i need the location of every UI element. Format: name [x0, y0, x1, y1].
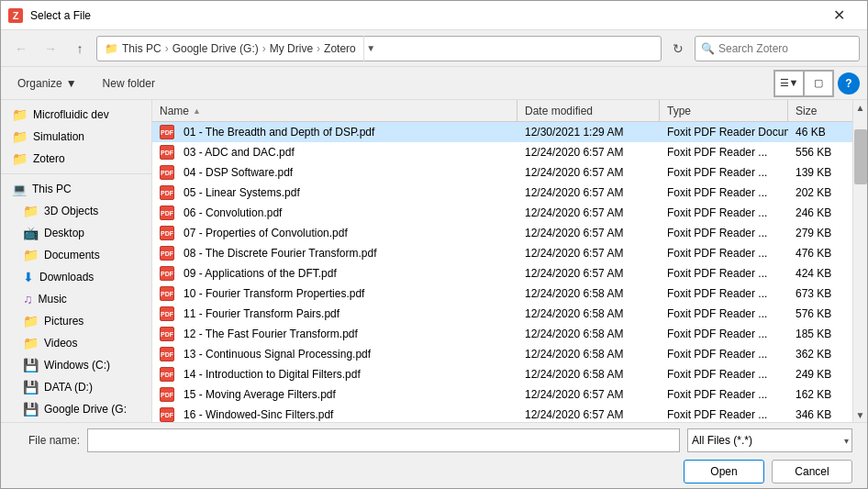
sidebar-item-desktop[interactable]: 📺 Desktop	[1, 222, 151, 244]
table-row[interactable]: PDF 09 - Applications of the DFT.pdf 12/…	[152, 263, 852, 283]
column-size[interactable]: Size	[788, 100, 852, 121]
table-row[interactable]: PDF 16 - Windowed-Sinc Filters.pdf 12/24…	[152, 405, 852, 422]
file-name-cell: PDF 03 - ADC and DAC.pdf	[152, 142, 517, 162]
cancel-button[interactable]: Cancel	[772, 460, 852, 483]
table-row[interactable]: PDF 07 - Properties of Convolution.pdf 1…	[152, 223, 852, 243]
file-name-cell: PDF 10 - Fourier Transform Properties.pd…	[152, 283, 517, 304]
folder-icon: 📁	[12, 151, 28, 166]
file-size-cell: 556 KB	[788, 142, 852, 162]
sidebar-item-this-pc[interactable]: 💻 This PC	[1, 178, 151, 200]
sidebar-item-downloads[interactable]: ⬇ Downloads	[1, 266, 151, 288]
table-row[interactable]: PDF 14 - Introduction to Digital Filters…	[152, 364, 852, 384]
file-size-cell: 139 KB	[788, 162, 852, 183]
file-name-cell: PDF 11 - Fourier Transform Pairs.pdf	[152, 304, 517, 324]
table-row[interactable]: PDF 12 - The Fast Fourier Transform.pdf …	[152, 324, 852, 344]
pc-icon: 💻	[12, 183, 27, 196]
sidebar-item-microfluidic[interactable]: 📁 Microfluidic dev	[1, 104, 151, 126]
file-type-cell: Foxit PDF Reader ...	[660, 142, 788, 162]
folder-icon: 📁	[23, 314, 39, 328]
sidebar-item-simulation[interactable]: 📁 Simulation	[1, 126, 151, 148]
folder-icon: 📁	[23, 248, 39, 262]
sidebar-item-pictures[interactable]: 📁 Pictures	[1, 310, 151, 332]
table-row[interactable]: PDF 06 - Convolution.pdf 12/24/2020 6:57…	[152, 203, 852, 223]
sidebar-item-documents[interactable]: 📁 Documents	[1, 244, 151, 266]
file-size-cell: 46 KB	[788, 122, 852, 142]
search-box: 🔍	[695, 36, 860, 61]
close-button[interactable]: ✕	[818, 1, 860, 30]
pdf-icon: PDF	[160, 367, 174, 382]
pdf-icon: PDF	[160, 226, 174, 240]
table-row[interactable]: PDF 04 - DSP Software.pdf 12/24/2020 6:5…	[152, 162, 852, 183]
table-row[interactable]: PDF 10 - Fourier Transform Properties.pd…	[152, 283, 852, 304]
file-type-cell: Foxit PDF Reader ...	[660, 162, 788, 183]
file-type-cell: Foxit PDF Reader ...	[660, 263, 788, 283]
file-date-cell: 12/24/2020 6:57 AM	[517, 384, 660, 405]
filename-label: File name:	[16, 434, 80, 447]
scroll-up-button[interactable]: ▲	[853, 100, 867, 115]
column-type[interactable]: Type	[660, 100, 788, 121]
main-content: 📁 Microfluidic dev 📁 Simulation 📁 Zotero…	[1, 100, 867, 422]
table-row[interactable]: PDF 05 - Linear Systems.pdf 12/24/2020 6…	[152, 183, 852, 203]
pdf-icon: PDF	[160, 145, 174, 160]
table-row[interactable]: PDF 15 - Moving Average Filters.pdf 12/2…	[152, 384, 852, 405]
scroll-pane: ▲ ▼	[852, 100, 867, 422]
folder-icon: 📁	[23, 336, 39, 350]
file-date-cell: 12/24/2020 6:57 AM	[517, 162, 660, 183]
file-name-cell: PDF 05 - Linear Systems.pdf	[152, 183, 517, 203]
table-row[interactable]: PDF 03 - ADC and DAC.pdf 12/24/2020 6:57…	[152, 142, 852, 162]
table-row[interactable]: PDF 13 - Continuous Signal Processing.pd…	[152, 344, 852, 364]
pdf-icon: PDF	[160, 165, 174, 180]
sidebar-item-zotero[interactable]: 📁 Zotero	[1, 148, 151, 170]
table-row[interactable]: PDF 11 - Fourier Transform Pairs.pdf 12/…	[152, 304, 852, 324]
folder-icon: 📁	[23, 204, 39, 218]
pdf-icon: PDF	[160, 125, 174, 139]
help-button[interactable]: ?	[838, 72, 860, 94]
breadcrumb-item-zotero[interactable]: Zotero	[324, 42, 356, 55]
file-type-cell: Foxit PDF Reader ...	[660, 183, 788, 203]
column-name[interactable]: Name ▲	[152, 100, 517, 121]
downloads-icon: ⬇	[23, 270, 34, 284]
sidebar-item-videos[interactable]: 📁 Videos	[1, 332, 151, 354]
open-button[interactable]: Open	[684, 460, 764, 483]
up-button[interactable]: ↑	[67, 36, 93, 61]
view-details-button[interactable]: ☰▼	[774, 71, 804, 96]
forward-button[interactable]: →	[38, 36, 63, 61]
file-list-header: Name ▲ Date modified Type Size	[152, 100, 852, 122]
file-name-cell: PDF 06 - Convolution.pdf	[152, 203, 517, 223]
table-row[interactable]: PDF 01 - The Breadth and Depth of DSP.pd…	[152, 122, 852, 142]
back-button[interactable]: ←	[8, 36, 34, 61]
table-row[interactable]: PDF 08 - The Discrete Fourier Transform.…	[152, 243, 852, 263]
file-date-cell: 12/24/2020 6:57 AM	[517, 223, 660, 243]
new-folder-button[interactable]: New folder	[94, 73, 164, 94]
file-size-cell: 362 KB	[788, 344, 852, 364]
file-date-cell: 12/24/2020 6:57 AM	[517, 183, 660, 203]
folder-icon: 📁	[12, 129, 28, 144]
breadcrumb-item-this-pc[interactable]: This PC	[122, 42, 161, 55]
breadcrumb-bar[interactable]: 📁 This PC › Google Drive (G:) › My Drive…	[96, 36, 662, 61]
file-size-cell: 202 KB	[788, 183, 852, 203]
sidebar-item-google-drive[interactable]: 💾 Google Drive (G:	[1, 398, 151, 420]
breadcrumb-item-my-drive[interactable]: My Drive	[270, 42, 313, 55]
buttons-row: Open Cancel	[16, 460, 852, 483]
scroll-down-button[interactable]: ▼	[853, 407, 867, 422]
view-preview-button[interactable]: ▢	[804, 71, 833, 96]
file-type-cell: Foxit PDF Reader ...	[660, 405, 788, 422]
breadcrumb-item-google-drive[interactable]: Google Drive (G:)	[172, 42, 259, 55]
file-date-cell: 12/24/2020 6:57 AM	[517, 203, 660, 223]
file-type-cell: Foxit PDF Reader ...	[660, 223, 788, 243]
scrollbar-thumb[interactable]	[854, 129, 867, 184]
organize-button[interactable]: Organize ▼	[8, 73, 86, 94]
sidebar-item-windows-c[interactable]: 💾 Windows (C:)	[1, 354, 151, 376]
refresh-button[interactable]: ↻	[665, 36, 691, 61]
breadcrumb-dropdown[interactable]: ▼	[363, 36, 378, 61]
file-size-cell: 476 KB	[788, 243, 852, 263]
pdf-icon: PDF	[160, 347, 174, 361]
search-input[interactable]	[718, 42, 856, 55]
filename-input[interactable]	[87, 428, 680, 452]
filetype-select[interactable]: All Files (*.*) PDF Files (*.pdf)	[687, 428, 852, 452]
file-type-cell: Foxit PDF Reader ...	[660, 203, 788, 223]
sidebar-item-data-d[interactable]: 💾 DATA (D:)	[1, 376, 151, 398]
sidebar-item-3d-objects[interactable]: 📁 3D Objects	[1, 200, 151, 222]
sidebar-item-music[interactable]: ♫ Music	[1, 288, 151, 310]
column-date[interactable]: Date modified	[517, 100, 660, 121]
